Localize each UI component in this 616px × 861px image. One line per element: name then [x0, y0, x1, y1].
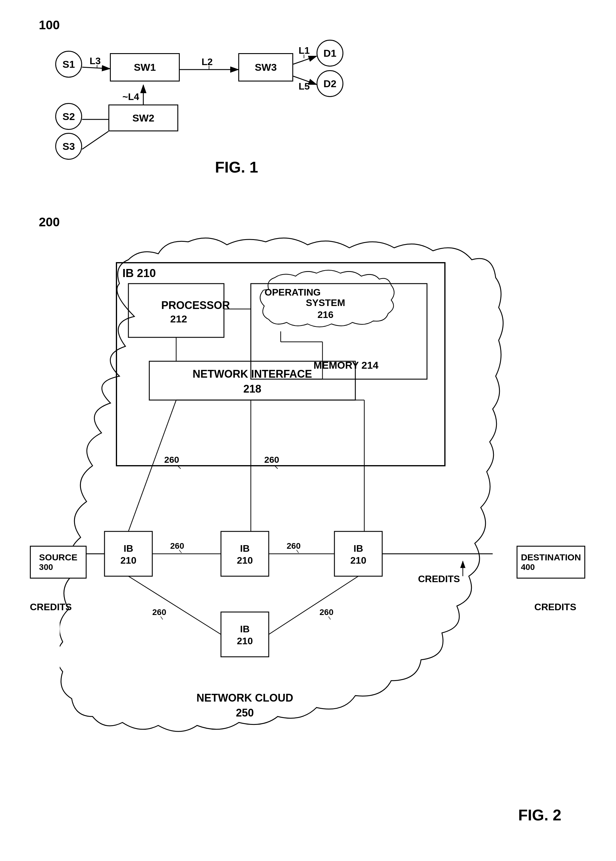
svg-text:NETWORK CLOUD: NETWORK CLOUD: [196, 692, 293, 704]
svg-text:212: 212: [170, 313, 187, 325]
source-box: SOURCE 300: [30, 546, 86, 578]
svg-text:CREDITS: CREDITS: [418, 573, 460, 584]
fig2-reference-number: 200: [39, 215, 60, 229]
svg-line-66: [161, 616, 163, 619]
svg-text:210: 210: [237, 555, 253, 566]
svg-text:IB: IB: [240, 543, 250, 554]
svg-line-67: [269, 576, 358, 635]
node-s3: S3: [55, 133, 82, 160]
fig2-container: 200 IB 210 PROCESSOR 212: [30, 215, 585, 830]
svg-text:PROCESSOR: PROCESSOR: [161, 299, 230, 311]
svg-text:260: 260: [319, 608, 333, 617]
fig2-title: FIG. 2: [519, 806, 561, 824]
svg-text:IB 210: IB 210: [123, 267, 156, 280]
switch-sw1: SW1: [110, 53, 180, 82]
svg-text:L2: L2: [201, 57, 212, 67]
svg-text:210: 210: [350, 555, 366, 566]
node-d2: D2: [316, 70, 343, 97]
svg-line-14: [82, 131, 108, 149]
fig1-reference-number: 100: [39, 18, 60, 32]
svg-text:218: 218: [244, 383, 261, 395]
fig1-title: FIG. 1: [215, 158, 258, 176]
svg-text:216: 216: [317, 309, 333, 320]
svg-text:260: 260: [164, 455, 179, 465]
svg-text:IB: IB: [354, 543, 363, 554]
fig1-container: 100 L3 L2 L1 L5: [30, 18, 567, 197]
svg-line-6: [293, 56, 316, 64]
svg-text:OPERATING: OPERATING: [264, 287, 321, 298]
svg-text:IB: IB: [124, 543, 133, 554]
switch-sw3: SW3: [238, 53, 293, 82]
svg-text:250: 250: [236, 707, 254, 719]
svg-text:210: 210: [237, 636, 253, 646]
switch-sw2: SW2: [108, 104, 178, 131]
svg-text:L5: L5: [299, 81, 310, 92]
node-s2: S2: [55, 103, 82, 130]
destination-box: DESTINATION 400: [517, 546, 585, 578]
svg-text:L1: L1: [299, 45, 310, 56]
svg-text:260: 260: [170, 541, 184, 550]
node-d1: D1: [316, 40, 343, 67]
svg-text:260: 260: [264, 455, 279, 465]
svg-line-64: [128, 576, 221, 635]
svg-rect-52: [335, 531, 382, 576]
credits-right: CREDITS: [534, 602, 576, 613]
svg-text:260: 260: [152, 608, 166, 617]
svg-rect-55: [221, 612, 269, 657]
svg-rect-46: [105, 531, 152, 576]
page: 100 L3 L2 L1 L5: [0, 0, 616, 861]
node-s1: S1: [55, 51, 82, 78]
svg-text:260: 260: [287, 541, 301, 550]
svg-line-9: [293, 76, 316, 85]
svg-text:210: 210: [120, 555, 136, 566]
svg-text:~L4: ~L4: [123, 91, 139, 102]
svg-text:L3: L3: [90, 55, 101, 66]
svg-rect-49: [221, 531, 269, 576]
svg-text:NETWORK INTERFACE: NETWORK INTERFACE: [193, 368, 312, 380]
svg-text:IB: IB: [240, 624, 250, 635]
svg-text:SYSTEM: SYSTEM: [306, 297, 345, 308]
svg-line-69: [328, 616, 330, 619]
credits-left: CREDITS: [30, 602, 72, 613]
fig2-svg: IB 210 PROCESSOR 212 MEMORY 214 OPERATIN…: [60, 230, 552, 773]
svg-line-0: [82, 67, 110, 69]
